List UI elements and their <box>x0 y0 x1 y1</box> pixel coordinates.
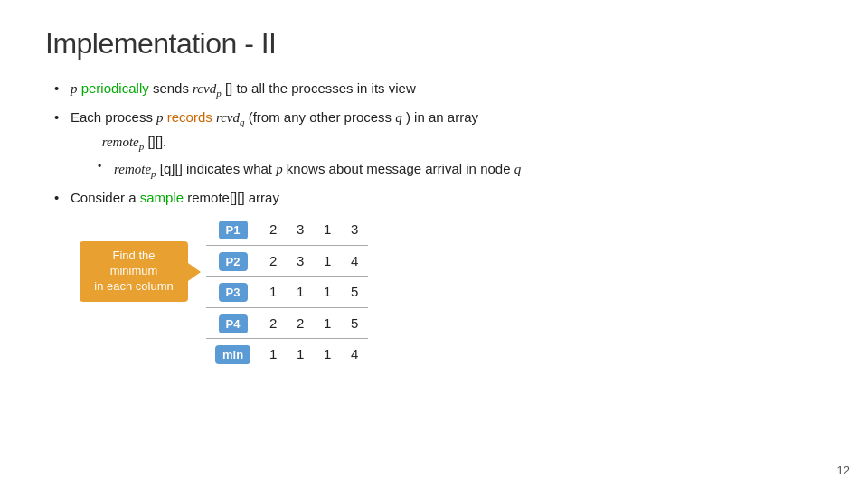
sb1-sub-p: p <box>151 168 156 179</box>
label-p1: P1 <box>206 214 259 245</box>
bullet-3-text: Consider a sample remote[][] array <box>71 190 279 205</box>
p4-v4: 5 <box>341 307 368 339</box>
min-v4: 4 <box>341 339 368 370</box>
bullet-1-text: p periodically sends rcvdp [] to all the… <box>71 80 416 96</box>
p2-v4: 4 <box>341 245 368 277</box>
p4-badge: P4 <box>219 314 248 333</box>
p1-v4: 3 <box>341 214 368 245</box>
p2-badge: P2 <box>219 252 248 271</box>
table-row-p2: P2 2 3 1 4 <box>206 245 368 277</box>
label-min: min <box>206 339 259 370</box>
sb1-p: p <box>276 162 283 176</box>
b2-remote-text: remote <box>102 135 139 149</box>
bullet-1: p periodically sends rcvdp [] to all the… <box>54 77 823 102</box>
p2-v2: 3 <box>287 245 314 277</box>
b2-p: p <box>156 110 164 125</box>
callout-line1: Find the minimum <box>110 249 158 277</box>
b2-in: ) in an array <box>406 109 478 125</box>
b3-sample: sample <box>140 190 184 205</box>
b2-from: (from any other process <box>249 109 396 125</box>
content-area: p periodically sends rcvdp [] to all the… <box>45 77 823 370</box>
p3-v4: 5 <box>341 277 368 308</box>
bullet-2-text: Each process p records rcvdq (from any o… <box>71 109 478 125</box>
table-row-p3: P3 1 1 1 5 <box>206 277 368 308</box>
p3-badge: P3 <box>219 283 248 302</box>
table-section: Find the minimum in each column P1 2 3 1… <box>80 214 823 370</box>
bullet-list: p periodically sends rcvdp [] to all the… <box>45 77 823 370</box>
bullet-2: Each process p records rcvdq (from any o… <box>54 106 823 183</box>
p4-v1: 2 <box>259 307 287 339</box>
callout-line2: in each column <box>94 279 173 293</box>
label-p3: P3 <box>206 277 259 308</box>
b2-records: records <box>167 109 212 125</box>
min-badge: min <box>215 345 250 364</box>
p1-v2: 3 <box>287 214 314 245</box>
p4-v3: 1 <box>314 307 341 339</box>
slide-title: Implementation - II <box>45 27 823 61</box>
page-number: 12 <box>837 464 850 477</box>
b1-p: p <box>71 81 78 96</box>
b1-sends: sends <box>153 80 193 96</box>
min-v1: 1 <box>259 339 287 370</box>
sb1-q: q <box>514 162 522 176</box>
table-row-p1: P1 2 3 1 3 <box>206 214 368 245</box>
sb1-knows: knows about message arrival in node <box>287 161 514 176</box>
p2-v3: 1 <box>314 245 341 277</box>
p3-v1: 1 <box>259 277 287 308</box>
b2-rcvd: rcvd <box>216 110 240 125</box>
label-p4: P4 <box>206 307 259 339</box>
sub-bullet-2-1: remotep [q][] indicates what p knows abo… <box>98 157 823 183</box>
b2-q: q <box>395 110 402 125</box>
p1-badge: P1 <box>219 221 248 239</box>
b2-each: Each process <box>71 109 156 125</box>
callout-box: Find the minimum in each column <box>80 241 188 302</box>
b3-remote: remote[][] array <box>187 190 279 205</box>
b1-periodically: periodically <box>81 80 149 96</box>
p4-v2: 2 <box>287 307 314 339</box>
p1-v3: 1 <box>314 214 341 245</box>
p1-v1: 2 <box>259 214 287 245</box>
sub-bullet-list-2: remotep [q][] indicates what p knows abo… <box>71 157 823 183</box>
b2-remote: remotep [][]. <box>87 134 166 149</box>
sb1-qbracket: [q][] indicates what <box>160 161 276 176</box>
p2-v1: 2 <box>259 245 287 277</box>
b2-brackets: [][]. <box>147 134 166 149</box>
bullet-3: Consider a sample remote[][] array Find … <box>54 186 823 370</box>
table-body: P1 2 3 1 3 P2 2 3 1 <box>206 214 368 370</box>
p3-v2: 1 <box>287 277 314 308</box>
b3-consider: Consider a <box>71 190 140 205</box>
b2-remote-sub: p <box>139 141 145 152</box>
label-p2: P2 <box>206 245 259 277</box>
slide: Implementation - II p periodically sends… <box>0 0 868 488</box>
sb1-remote: remote <box>114 162 151 176</box>
b1-rest: [] to all the processes in its view <box>225 80 416 96</box>
b2-sub-q: q <box>240 117 245 127</box>
table-row-p4: P4 2 2 1 5 <box>206 307 368 339</box>
p3-v3: 1 <box>314 277 341 308</box>
min-v2: 1 <box>287 339 314 370</box>
b1-sub-p: p <box>216 88 222 99</box>
min-v3: 1 <box>314 339 341 370</box>
process-table: P1 2 3 1 3 P2 2 3 1 <box>206 214 368 370</box>
table-row-min: min 1 1 1 4 <box>206 339 368 370</box>
b1-rcvd: rcvd <box>193 81 216 96</box>
